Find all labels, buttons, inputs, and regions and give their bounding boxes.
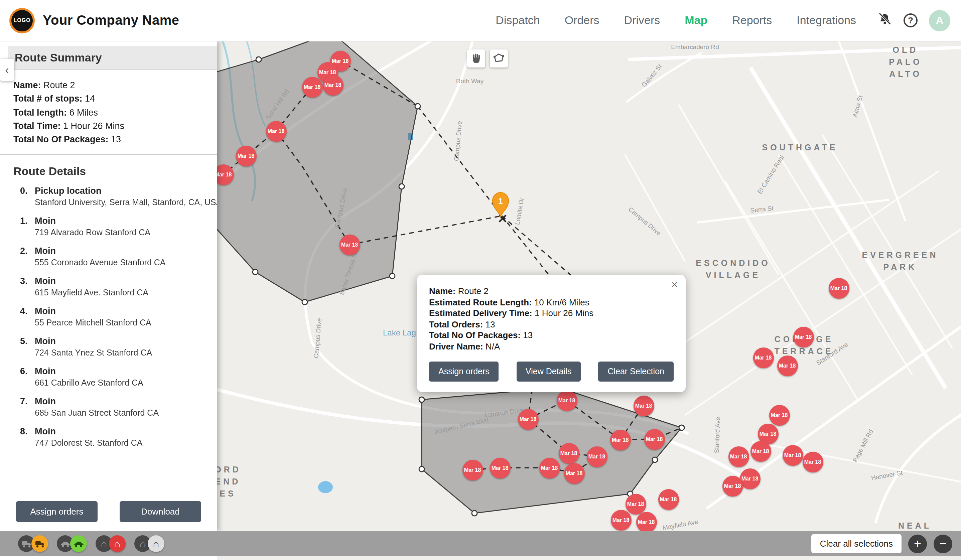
toolbar-right: Clear all selections + − — [811, 534, 952, 553]
route-stops-list: 0.Pickup locationStanford University, Se… — [0, 183, 217, 495]
polygon-select-tool-button[interactable] — [490, 50, 508, 67]
popup-info: Name: Route 2Estimated Route Length: 10 … — [429, 286, 673, 352]
route-stop[interactable]: 0.Pickup locationStanford University, Se… — [20, 186, 212, 207]
order-marker[interactable]: Mar 18 — [802, 451, 823, 472]
popup-info-row: Total No Of Packages: 13 — [429, 330, 673, 341]
order-marker[interactable]: Mar 18 — [517, 409, 538, 429]
route-stop[interactable]: 5.Moin724 Santa Ynez St Stanford CA — [20, 337, 212, 358]
view-details-button[interactable]: View Details — [516, 361, 581, 382]
popup-info-row: Estimated Route Length: 10 Km/6 Miles — [429, 297, 673, 308]
polygon-icon — [493, 52, 505, 65]
route-details-title: Route Details — [0, 156, 217, 183]
order-marker[interactable]: Mar 18 — [658, 489, 679, 510]
order-marker[interactable]: Mar 18 — [539, 457, 560, 478]
order-marker[interactable]: Mar 18 — [564, 463, 585, 483]
route-summary-list: Name: Route 2Total # of stops: 14Total l… — [0, 70, 217, 155]
order-marker[interactable]: Mar 18 — [644, 429, 665, 449]
order-marker[interactable]: Mar 18 — [587, 446, 607, 467]
download-button[interactable]: Download — [120, 501, 201, 522]
truck-layer-toggle[interactable] — [18, 535, 48, 552]
help-icon[interactable]: ? — [903, 13, 918, 27]
map-tools — [467, 50, 508, 67]
route-info-popup: × Name: Route 2Estimated Route Length: 1… — [417, 274, 686, 392]
route-summary-title: Route Summary — [8, 46, 217, 70]
order-marker[interactable]: Mar 18 — [722, 475, 743, 496]
order-marker[interactable]: Mar 18 — [302, 77, 323, 97]
company-logo-icon: LOGO — [10, 8, 35, 33]
home-gray-icon: ⌂ — [148, 535, 164, 552]
zoom-out-button[interactable]: − — [934, 534, 952, 553]
order-marker[interactable]: Mar 18 — [636, 512, 657, 532]
home-layer-toggle[interactable]: ⌂ ⌂ — [134, 535, 164, 552]
route-stop[interactable]: 8.Moin747 Dolorest St. Stanford CA — [20, 427, 212, 448]
order-marker[interactable]: Mar 18 — [323, 74, 343, 95]
order-marker[interactable]: Mar 18 — [610, 429, 630, 450]
summary-row: Total length: 6 Miles — [13, 106, 208, 120]
assign-orders-button[interactable]: Assign orders — [429, 361, 499, 382]
order-marker[interactable]: Mar 18 — [777, 355, 798, 376]
order-marker[interactable]: Mar 18 — [490, 457, 510, 478]
close-icon[interactable]: × — [671, 279, 678, 291]
order-marker[interactable]: Mar 18 — [462, 459, 483, 480]
notifications-muted-icon[interactable] — [877, 12, 892, 29]
collapse-panel-button[interactable]: ‹ — [0, 59, 14, 81]
route-stop[interactable]: 1.Moin719 Alvarado Row Stanford CA — [20, 216, 212, 237]
popup-info-row: Driver Name: N/A — [429, 341, 673, 352]
summary-row: Total Time: 1 Hour 26 Mins — [13, 120, 208, 133]
nav-integrations[interactable]: Integrations — [797, 14, 856, 27]
order-marker[interactable]: Mar 18 — [728, 446, 749, 467]
nav-map[interactable]: Map — [685, 14, 707, 27]
route-stop[interactable]: 3.Moin615 Mayfield Ave. Stanford CA — [20, 276, 212, 298]
route-stop[interactable]: 7.Moin685 San Juan Street Stanford CA — [20, 396, 212, 418]
depot-layer-toggle[interactable]: ⌂ ⌂ — [96, 535, 125, 552]
popup-info-row: Name: Route 2 — [429, 286, 673, 297]
clear-selection-button[interactable]: Clear Selection — [598, 361, 673, 382]
app: LOGO Your Company Name DispatchOrdersDri… — [0, 0, 961, 560]
clear-all-selections-button[interactable]: Clear all selections — [811, 534, 902, 553]
popup-buttons: Assign ordersView DetailsClear Selection — [429, 361, 673, 382]
order-marker[interactable]: Mar 18 — [769, 404, 790, 425]
nav-drivers[interactable]: Drivers — [624, 14, 660, 27]
top-nav-bar: LOGO Your Company Name DispatchOrdersDri… — [0, 0, 961, 42]
summary-row: Total # of stops: 14 — [13, 93, 208, 106]
assign-orders-button[interactable]: Assign orders — [16, 501, 98, 522]
order-marker[interactable]: Mar 18 — [753, 347, 773, 368]
map-canvas[interactable]: 1 Sand Hill RdCampus DriveCampus DriveCa… — [217, 41, 961, 560]
route-stop[interactable]: 4.Moin55 Pearce Mitchell Stanford CA — [20, 306, 212, 328]
order-marker[interactable]: Mar 18 — [558, 443, 579, 464]
order-marker[interactable]: Mar 18 — [750, 441, 771, 461]
map-toolbar: ⌂ ⌂ ⌂ ⌂ Clear all selections + − — [0, 531, 961, 556]
popup-info-row: Estimated Delivery Time: 1 Hour 26 Mins — [429, 308, 673, 319]
order-marker[interactable]: Mar 18 — [828, 278, 849, 298]
order-marker[interactable]: Mar 18 — [266, 120, 286, 141]
order-marker[interactable]: Mar 18 — [611, 510, 631, 530]
summary-row: Total No Of Packages: 13 — [13, 133, 208, 147]
order-marker[interactable]: Mar 18 — [633, 395, 654, 416]
order-marker[interactable]: Mar 18 — [236, 145, 256, 166]
popup-info-row: Total Orders: 13 — [429, 319, 673, 330]
route-stop[interactable]: 6.Moin661 Cabrillo Ave Stanford CA — [20, 367, 212, 388]
route-stop[interactable]: 2.Moin555 Coronado Avenue Stanford CA — [20, 246, 212, 268]
car-icon — [70, 535, 87, 552]
user-avatar[interactable]: A — [929, 10, 950, 31]
order-marker[interactable]: Mar 18 — [793, 326, 814, 347]
nav-reports[interactable]: Reports — [732, 14, 772, 27]
nav-dispatch[interactable]: Dispatch — [495, 14, 540, 27]
zoom-in-button[interactable]: + — [908, 534, 927, 553]
header-icons: ? A — [877, 10, 950, 31]
company-name: Your Company Name — [43, 13, 179, 28]
order-marker[interactable]: Mar 18 — [339, 234, 360, 255]
truck-icon — [31, 535, 48, 552]
layer-toggles: ⌂ ⌂ ⌂ ⌂ — [18, 535, 164, 552]
order-marker[interactable]: Mar 18 — [625, 494, 646, 514]
main-nav: DispatchOrdersDriversMapReportsIntegrati… — [495, 14, 856, 27]
order-marker[interactable]: Mar 18 — [556, 390, 577, 411]
car-layer-toggle[interactable] — [57, 535, 87, 552]
summary-row: Name: Route 2 — [13, 79, 208, 93]
nav-orders[interactable]: Orders — [565, 14, 599, 27]
hand-icon — [470, 52, 482, 65]
order-marker[interactable]: Mar 18 — [782, 445, 803, 465]
order-marker[interactable]: Mar 18 — [217, 164, 233, 185]
pan-tool-button[interactable] — [467, 50, 485, 67]
home-red-icon: ⌂ — [109, 535, 125, 552]
